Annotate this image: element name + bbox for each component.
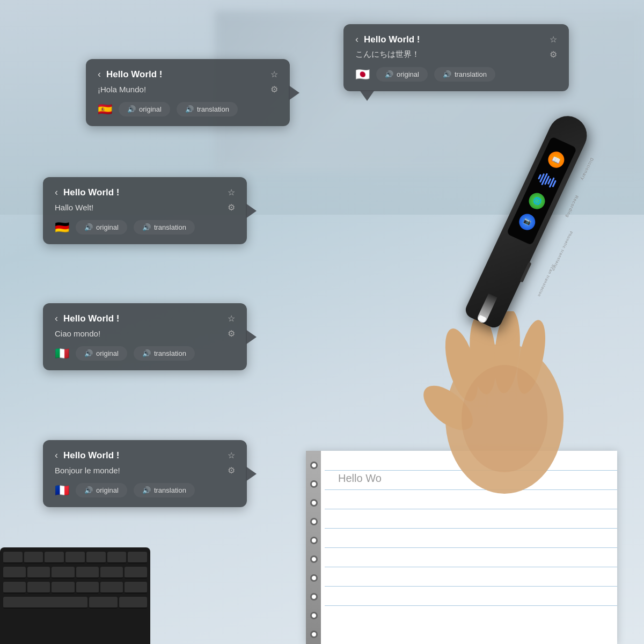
key[interactable]	[89, 597, 117, 609]
gear-icon[interactable]: ⚙	[550, 49, 557, 60]
key[interactable]	[52, 582, 74, 594]
key[interactable]	[128, 552, 147, 564]
speaker-icon-2-it: 🔊	[142, 349, 151, 357]
original-label-fr: original	[96, 486, 119, 494]
key[interactable]	[100, 582, 123, 594]
back-arrow-icon[interactable]: ‹	[355, 34, 358, 45]
speaker-icon-es: 🔊	[127, 105, 136, 113]
original-audio-btn-fr[interactable]: 🔊 original	[76, 483, 127, 497]
key[interactable]	[45, 552, 64, 564]
card-title-it: Hello World !	[63, 313, 120, 324]
original-label: original	[397, 70, 419, 78]
pen-body: 📖 🌐 📷 Dictionary Recordi	[463, 109, 594, 330]
card-title-fr: Hello World !	[63, 450, 120, 461]
translated-text: こんにちは世界！	[355, 49, 420, 60]
gear-icon-fr[interactable]: ⚙	[228, 465, 235, 475]
original-audio-btn[interactable]: 🔊 original	[376, 67, 428, 82]
original-audio-btn-es[interactable]: 🔊 original	[119, 102, 170, 116]
card-header-it: ‹ Hello World ! ☆	[55, 313, 235, 324]
speaker-icon-2: 🔊	[443, 70, 451, 78]
spiral-7	[310, 574, 318, 582]
phonetic-translation-icon[interactable]: 🌐	[526, 190, 548, 211]
card-title-de: Hello World !	[63, 187, 120, 198]
ruled-line-6	[325, 567, 617, 567]
gear-icon-de[interactable]: ⚙	[228, 202, 235, 213]
key[interactable]	[27, 567, 50, 579]
card-subtitle-it: Ciao mondo! ⚙	[55, 328, 235, 339]
key[interactable]	[3, 582, 26, 594]
key[interactable]	[76, 582, 99, 594]
key[interactable]	[107, 552, 127, 564]
gear-icon-it[interactable]: ⚙	[228, 328, 235, 339]
star-icon-fr[interactable]: ☆	[228, 450, 235, 460]
back-arrow-icon-es[interactable]: ‹	[98, 69, 101, 80]
hand-svg	[419, 311, 590, 494]
card-title-es: Hello World !	[106, 69, 163, 80]
spacebar-key[interactable]	[3, 597, 87, 609]
back-arrow-icon-fr[interactable]: ‹	[55, 450, 58, 461]
translation-audio-btn-it[interactable]: 🔊 translation	[134, 346, 195, 361]
star-icon-it[interactable]: ☆	[228, 313, 235, 324]
spiral-1	[310, 462, 318, 469]
card-subtitle-de: Hallo Welt! ⚙	[55, 202, 235, 213]
speaker-icon-2-fr: 🔊	[142, 486, 151, 494]
key[interactable]	[24, 552, 43, 564]
card-header-de: ‹ Hello World ! ☆	[55, 187, 235, 198]
scan-translation-icon[interactable]: 📷	[516, 211, 538, 232]
key[interactable]	[86, 552, 106, 564]
translated-text-de: Hallo Welt!	[55, 203, 93, 212]
original-audio-btn-it[interactable]: 🔊 original	[76, 346, 127, 361]
translation-audio-btn-fr[interactable]: 🔊 translation	[134, 483, 195, 497]
key[interactable]	[125, 582, 147, 594]
spiral-5	[310, 537, 318, 544]
key[interactable]	[52, 567, 74, 579]
gear-icon-es[interactable]: ⚙	[270, 84, 278, 94]
key[interactable]	[27, 582, 50, 594]
key[interactable]	[125, 567, 147, 579]
translation-audio-btn-es[interactable]: 🔊 translation	[177, 102, 238, 116]
translation-label-es: translation	[197, 105, 229, 113]
scan-label: Scan translation	[537, 264, 555, 298]
translation-label: translation	[455, 70, 487, 78]
card-header-left-fr: ‹ Hello World !	[55, 450, 120, 461]
back-arrow-icon-it[interactable]: ‹	[55, 313, 58, 324]
card-footer-de: 🇩🇪 🔊 original 🔊 translation	[55, 220, 235, 235]
side-button[interactable]	[519, 262, 531, 283]
scan-light	[478, 314, 487, 323]
key[interactable]	[119, 597, 147, 609]
card-footer-fr: 🇫🇷 🔊 original 🔊 translation	[55, 483, 235, 497]
translated-text-es: ¡Hola Mundo!	[98, 85, 146, 94]
flag-icon-de: 🇩🇪	[55, 222, 69, 233]
star-icon[interactable]: ☆	[550, 34, 557, 45]
flag-icon-es: 🇪🇸	[98, 104, 112, 115]
card-footer-it: 🇮🇹 🔊 original 🔊 translation	[55, 346, 235, 361]
spiral-8	[310, 593, 318, 601]
translation-audio-btn[interactable]: 🔊 translation	[434, 67, 495, 82]
main-content: ‹ Hello World ! ☆ こんにちは世界！ ⚙ 🇯🇵 🔊 origin…	[0, 0, 644, 644]
german-translation-card: ‹ Hello World ! ☆ Hallo Welt! ⚙ 🇩🇪 🔊 ori…	[43, 177, 247, 244]
hand	[419, 311, 590, 496]
original-label-de: original	[96, 223, 119, 231]
ruled-line-3	[325, 509, 617, 509]
key[interactable]	[65, 552, 85, 564]
spiral-9	[310, 612, 318, 619]
original-audio-btn-de[interactable]: 🔊 original	[76, 220, 127, 235]
star-icon-de[interactable]: ☆	[228, 187, 235, 197]
translation-audio-btn-de[interactable]: 🔊 translation	[134, 220, 195, 235]
card-header-left: ‹ Hello World !	[355, 34, 420, 45]
ruled-line-5	[325, 547, 617, 548]
card-header: ‹ Hello World ! ☆	[355, 34, 557, 45]
card-header-left-es: ‹ Hello World !	[98, 69, 163, 80]
key[interactable]	[76, 567, 99, 579]
key[interactable]	[3, 552, 23, 564]
spiral-4	[310, 518, 318, 525]
svg-point-6	[462, 365, 547, 472]
translated-text-fr: Bonjour le monde!	[55, 466, 120, 475]
original-label-es: original	[139, 105, 162, 113]
star-icon-es[interactable]: ☆	[270, 69, 278, 79]
key[interactable]	[3, 567, 26, 579]
back-arrow-icon-de[interactable]: ‹	[55, 187, 58, 198]
italian-translation-card: ‹ Hello World ! ☆ Ciao mondo! ⚙ 🇮🇹 🔊 ori…	[43, 303, 247, 370]
dictionary-menu-item[interactable]: 📖	[545, 149, 567, 171]
key[interactable]	[100, 567, 123, 579]
